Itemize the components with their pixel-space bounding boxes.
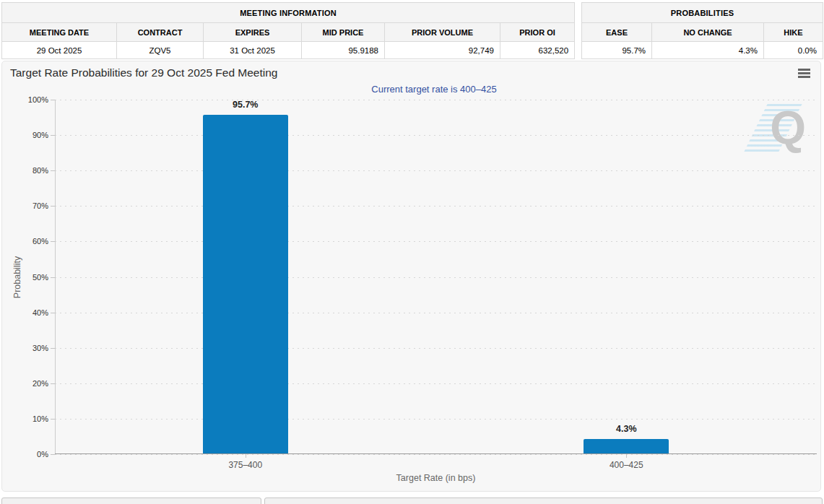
y-gridline [55, 419, 817, 420]
y-axis-line [55, 100, 56, 454]
x-axis-tick [626, 454, 627, 458]
probabilities-table: PROBABILITIESEASENO CHANGEHIKE95.7%4.3%0… [581, 2, 823, 59]
y-gridline [55, 135, 817, 136]
probabilities-value-cell: 4.3% [652, 42, 764, 59]
chart-title: Target Rate Probabilities for 29 Oct 202… [10, 66, 277, 79]
meeting-info-column-header: PRIOR OI [500, 23, 575, 42]
y-axis-tick-label: 20% [32, 379, 48, 388]
y-axis-tick [51, 454, 55, 455]
probabilities-column-header: HIKE [764, 23, 823, 42]
y-gridline [55, 170, 817, 171]
y-axis-tick-label: 80% [32, 166, 48, 175]
y-axis-title: Probability [12, 256, 22, 297]
meeting-info-column-header: PRIOR VOLUME [385, 23, 500, 42]
y-gridline [55, 383, 817, 384]
meeting-info-column-header: MID PRICE [302, 23, 385, 42]
bottom-panel-right [264, 498, 823, 504]
meeting-info-value-cell: 92,749 [385, 42, 500, 59]
y-axis-tick-label: 70% [32, 201, 48, 210]
probabilities-column-header: EASE [582, 23, 652, 42]
meeting-info-value-cell: 31 Oct 2025 [204, 42, 302, 59]
meeting-info-section-title: MEETING INFORMATION [2, 3, 575, 23]
y-axis-tick-label: 0% [37, 450, 48, 459]
x-axis-category-label: 375–400 [228, 460, 262, 470]
bottom-panel-left [1, 498, 261, 504]
x-axis-line [55, 453, 817, 454]
meeting-info-value-cell: 95.9188 [302, 42, 385, 59]
probabilities-column-header: NO CHANGE [652, 23, 764, 42]
probabilities-section-title: PROBABILITIES [582, 3, 823, 23]
plot-area: Probability Target Rate (in bps) 0%10%20… [55, 100, 817, 454]
meeting-info-value-cell: ZQV5 [117, 42, 204, 59]
y-gridline [55, 348, 817, 349]
meeting-info-column-header: MEETING DATE [2, 23, 117, 42]
x-axis-category-label: 400–425 [610, 460, 643, 470]
y-gridline [55, 277, 817, 278]
meeting-info-column-header: EXPIRES [204, 23, 302, 42]
chart-subtitle: Current target rate is 400–425 [55, 84, 813, 95]
probability-bar[interactable] [203, 115, 288, 454]
y-axis-tick-label: 90% [32, 131, 48, 139]
y-gridline [55, 241, 817, 242]
bar-data-label: 4.3% [616, 424, 637, 434]
y-gridline [55, 454, 817, 455]
meeting-info-value-cell: 29 Oct 2025 [2, 42, 117, 59]
y-axis-tick-label: 100% [28, 95, 48, 104]
probabilities-value-cell: 95.7% [582, 42, 652, 59]
y-axis-tick-label: 10% [32, 414, 48, 423]
y-gridline [55, 206, 817, 207]
y-gridline [55, 100, 817, 100]
probability-chart: Target Rate Probabilities for 29 Oct 202… [1, 61, 821, 492]
x-axis-title: Target Rate (in bps) [55, 473, 817, 483]
x-axis-tick [246, 454, 246, 458]
meeting-info-column-header: CONTRACT [117, 23, 204, 42]
meeting-info-table: MEETING INFORMATIONMEETING DATECONTRACTE… [1, 2, 575, 59]
probabilities-value-cell: 0.0% [764, 42, 823, 59]
y-axis-tick-label: 30% [32, 344, 48, 352]
probability-bar[interactable] [584, 439, 669, 454]
y-axis-tick-label: 60% [32, 237, 48, 246]
y-gridline [55, 313, 817, 313]
hamburger-menu-icon[interactable] [798, 69, 810, 79]
meeting-info-value-cell: 632,520 [500, 42, 575, 59]
bar-data-label: 95.7% [233, 100, 258, 110]
y-axis-tick-label: 50% [32, 273, 48, 282]
y-axis-tick-label: 40% [32, 308, 48, 317]
